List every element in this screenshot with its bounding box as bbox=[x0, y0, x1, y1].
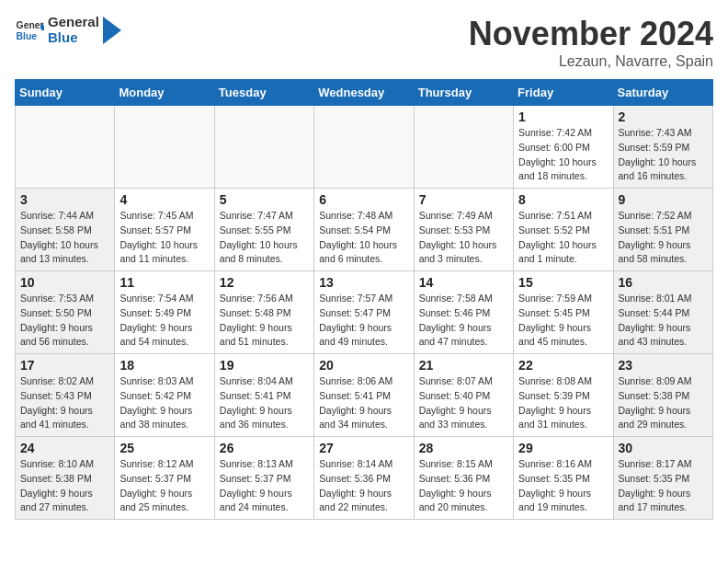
svg-text:General: General bbox=[17, 20, 44, 30]
calendar-cell: 5Sunrise: 7:47 AMSunset: 5:55 PMDaylight… bbox=[214, 189, 313, 271]
day-info: Sunrise: 8:12 AMSunset: 5:37 PMDaylight:… bbox=[119, 457, 209, 515]
calendar-cell: 23Sunrise: 8:09 AMSunset: 5:38 PMDayligh… bbox=[613, 354, 712, 437]
logo: General Blue General Blue bbox=[15, 15, 121, 45]
calendar-cell: 6Sunrise: 7:48 AMSunset: 5:54 PMDaylight… bbox=[314, 189, 414, 271]
calendar-cell: 27Sunrise: 8:14 AMSunset: 5:36 PMDayligh… bbox=[314, 437, 414, 520]
calendar-cell: 10Sunrise: 7:53 AMSunset: 5:50 PMDayligh… bbox=[16, 271, 115, 354]
day-info: Sunrise: 7:49 AMSunset: 5:53 PMDaylight:… bbox=[419, 209, 508, 267]
day-number: 18 bbox=[119, 358, 209, 373]
day-info: Sunrise: 8:01 AMSunset: 5:44 PMDaylight:… bbox=[619, 292, 708, 350]
calendar-cell bbox=[16, 106, 115, 189]
day-info: Sunrise: 8:03 AMSunset: 5:42 PMDaylight:… bbox=[119, 374, 209, 432]
day-info: Sunrise: 7:45 AMSunset: 5:57 PMDaylight:… bbox=[119, 209, 209, 267]
day-header-sunday: Sunday bbox=[16, 80, 115, 106]
calendar-cell: 28Sunrise: 8:15 AMSunset: 5:36 PMDayligh… bbox=[414, 437, 513, 520]
day-header-thursday: Thursday bbox=[414, 80, 513, 106]
day-info: Sunrise: 7:56 AMSunset: 5:48 PMDaylight:… bbox=[220, 292, 309, 350]
day-header-monday: Monday bbox=[115, 80, 214, 106]
day-info: Sunrise: 7:59 AMSunset: 5:45 PMDaylight:… bbox=[518, 292, 608, 350]
calendar-cell bbox=[414, 106, 513, 189]
logo-text-blue: Blue bbox=[48, 30, 99, 46]
calendar-cell: 18Sunrise: 8:03 AMSunset: 5:42 PMDayligh… bbox=[115, 354, 214, 437]
day-header-saturday: Saturday bbox=[613, 80, 712, 106]
day-info: Sunrise: 8:14 AMSunset: 5:36 PMDaylight:… bbox=[319, 457, 408, 515]
day-number: 8 bbox=[518, 192, 608, 207]
logo-arrow-icon bbox=[103, 17, 121, 44]
calendar-cell: 3Sunrise: 7:44 AMSunset: 5:58 PMDaylight… bbox=[16, 189, 115, 271]
svg-marker-3 bbox=[103, 17, 121, 44]
day-info: Sunrise: 8:17 AMSunset: 5:35 PMDaylight:… bbox=[619, 457, 708, 515]
calendar-cell: 4Sunrise: 7:45 AMSunset: 5:57 PMDaylight… bbox=[115, 189, 214, 271]
day-number: 5 bbox=[220, 192, 309, 207]
calendar-cell: 7Sunrise: 7:49 AMSunset: 5:53 PMDaylight… bbox=[414, 189, 513, 271]
day-number: 4 bbox=[119, 192, 209, 207]
day-info: Sunrise: 7:43 AMSunset: 5:59 PMDaylight:… bbox=[619, 126, 708, 184]
day-number: 15 bbox=[518, 275, 608, 290]
calendar-week-5: 24Sunrise: 8:10 AMSunset: 5:38 PMDayligh… bbox=[16, 437, 713, 520]
day-info: Sunrise: 7:44 AMSunset: 5:58 PMDaylight:… bbox=[20, 209, 109, 267]
day-info: Sunrise: 8:16 AMSunset: 5:35 PMDaylight:… bbox=[518, 457, 608, 515]
location-subtitle: Lezaun, Navarre, Spain bbox=[469, 53, 713, 70]
calendar-cell: 1Sunrise: 7:42 AMSunset: 6:00 PMDaylight… bbox=[514, 106, 613, 189]
title-section: November 2024 Lezaun, Navarre, Spain bbox=[469, 15, 713, 70]
calendar-cell: 9Sunrise: 7:52 AMSunset: 5:51 PMDaylight… bbox=[613, 189, 712, 271]
day-info: Sunrise: 7:47 AMSunset: 5:55 PMDaylight:… bbox=[220, 209, 309, 267]
calendar-cell bbox=[115, 106, 214, 189]
day-number: 12 bbox=[220, 275, 309, 290]
day-number: 24 bbox=[20, 441, 109, 455]
day-info: Sunrise: 8:15 AMSunset: 5:36 PMDaylight:… bbox=[419, 457, 508, 515]
calendar-cell: 14Sunrise: 7:58 AMSunset: 5:46 PMDayligh… bbox=[414, 271, 513, 354]
day-info: Sunrise: 8:02 AMSunset: 5:43 PMDaylight:… bbox=[20, 374, 109, 432]
day-number: 23 bbox=[619, 358, 708, 373]
logo-icon: General Blue bbox=[15, 16, 44, 45]
day-info: Sunrise: 8:08 AMSunset: 5:39 PMDaylight:… bbox=[518, 374, 608, 432]
calendar-cell: 30Sunrise: 8:17 AMSunset: 5:35 PMDayligh… bbox=[613, 437, 712, 520]
day-number: 21 bbox=[419, 358, 508, 373]
day-info: Sunrise: 7:51 AMSunset: 5:52 PMDaylight:… bbox=[518, 209, 608, 267]
day-info: Sunrise: 7:58 AMSunset: 5:46 PMDaylight:… bbox=[419, 292, 508, 350]
day-info: Sunrise: 7:52 AMSunset: 5:51 PMDaylight:… bbox=[619, 209, 708, 267]
day-number: 25 bbox=[119, 441, 209, 455]
day-info: Sunrise: 7:42 AMSunset: 6:00 PMDaylight:… bbox=[518, 126, 608, 184]
calendar-cell: 16Sunrise: 8:01 AMSunset: 5:44 PMDayligh… bbox=[613, 271, 712, 354]
days-header-row: SundayMondayTuesdayWednesdayThursdayFrid… bbox=[16, 80, 713, 106]
day-number: 6 bbox=[319, 192, 408, 207]
day-info: Sunrise: 7:54 AMSunset: 5:49 PMDaylight:… bbox=[119, 292, 209, 350]
day-number: 13 bbox=[319, 275, 408, 290]
svg-text:Blue: Blue bbox=[17, 30, 38, 40]
day-header-friday: Friday bbox=[514, 80, 613, 106]
day-number: 11 bbox=[119, 275, 209, 290]
calendar-week-2: 3Sunrise: 7:44 AMSunset: 5:58 PMDaylight… bbox=[16, 189, 713, 271]
day-info: Sunrise: 8:13 AMSunset: 5:37 PMDaylight:… bbox=[220, 457, 309, 515]
calendar-cell: 25Sunrise: 8:12 AMSunset: 5:37 PMDayligh… bbox=[115, 437, 214, 520]
day-number: 1 bbox=[518, 109, 608, 124]
calendar-cell: 22Sunrise: 8:08 AMSunset: 5:39 PMDayligh… bbox=[514, 354, 613, 437]
day-info: Sunrise: 8:10 AMSunset: 5:38 PMDaylight:… bbox=[20, 457, 109, 515]
calendar-cell: 17Sunrise: 8:02 AMSunset: 5:43 PMDayligh… bbox=[16, 354, 115, 437]
day-number: 19 bbox=[220, 358, 309, 373]
day-info: Sunrise: 8:06 AMSunset: 5:41 PMDaylight:… bbox=[319, 374, 408, 432]
calendar-week-3: 10Sunrise: 7:53 AMSunset: 5:50 PMDayligh… bbox=[16, 271, 713, 354]
page-header: General Blue General Blue November 2024 … bbox=[15, 15, 713, 70]
month-title: November 2024 bbox=[469, 15, 713, 53]
calendar-cell: 15Sunrise: 7:59 AMSunset: 5:45 PMDayligh… bbox=[514, 271, 613, 354]
calendar-cell: 11Sunrise: 7:54 AMSunset: 5:49 PMDayligh… bbox=[115, 271, 214, 354]
calendar-cell: 2Sunrise: 7:43 AMSunset: 5:59 PMDaylight… bbox=[613, 106, 712, 189]
day-number: 28 bbox=[419, 441, 508, 455]
day-number: 10 bbox=[20, 275, 109, 290]
calendar-week-1: 1Sunrise: 7:42 AMSunset: 6:00 PMDaylight… bbox=[16, 106, 713, 189]
calendar-cell: 20Sunrise: 8:06 AMSunset: 5:41 PMDayligh… bbox=[314, 354, 414, 437]
calendar-week-4: 17Sunrise: 8:02 AMSunset: 5:43 PMDayligh… bbox=[16, 354, 713, 437]
day-info: Sunrise: 7:57 AMSunset: 5:47 PMDaylight:… bbox=[319, 292, 408, 350]
calendar-table: SundayMondayTuesdayWednesdayThursdayFrid… bbox=[15, 79, 713, 520]
day-info: Sunrise: 7:53 AMSunset: 5:50 PMDaylight:… bbox=[20, 292, 109, 350]
calendar-cell bbox=[214, 106, 313, 189]
calendar-cell: 21Sunrise: 8:07 AMSunset: 5:40 PMDayligh… bbox=[414, 354, 513, 437]
day-number: 29 bbox=[518, 441, 608, 455]
calendar-cell: 12Sunrise: 7:56 AMSunset: 5:48 PMDayligh… bbox=[214, 271, 313, 354]
day-number: 30 bbox=[619, 441, 708, 455]
day-number: 7 bbox=[419, 192, 508, 207]
day-number: 2 bbox=[619, 109, 708, 124]
day-number: 26 bbox=[220, 441, 309, 455]
day-number: 9 bbox=[619, 192, 708, 207]
